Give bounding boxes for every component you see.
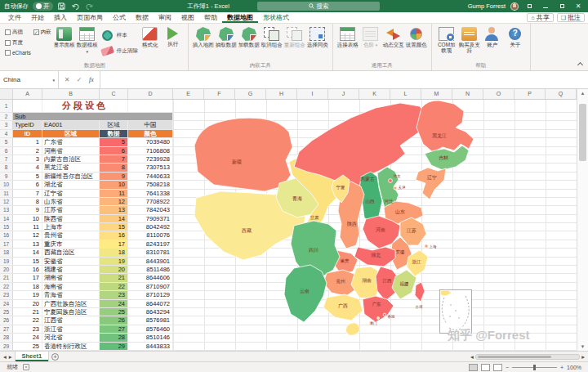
cell-value[interactable]: 22 (100, 283, 128, 290)
cell-value[interactable]: 12 (100, 198, 128, 205)
redo-icon[interactable] (85, 2, 95, 11)
cell-id[interactable]: 1 (13, 138, 42, 146)
checkbox-高德[interactable]: 高德 (5, 29, 31, 36)
cell-value[interactable]: 24 (100, 300, 128, 307)
share-button[interactable]: ⌂ 共享 (527, 13, 553, 22)
cell-id[interactable]: 5 (13, 173, 42, 180)
cell-id[interactable]: 6 (13, 181, 42, 188)
meta-cell-2[interactable]: 区域 (100, 121, 128, 128)
cell-id[interactable]: 23 (13, 325, 42, 333)
cell-region[interactable]: 广西壮族自治区 (42, 300, 100, 307)
cell-id[interactable]: 2 (13, 147, 42, 155)
zoom-level[interactable]: 100% (567, 365, 581, 370)
row-header-16[interactable]: 16 (0, 231, 13, 239)
row-header-24[interactable]: 24 (0, 300, 13, 307)
cell-region[interactable]: 贵州省 (42, 231, 100, 239)
row-header-10[interactable]: 10 (0, 181, 13, 188)
name-box-dropdown-icon[interactable]: ▾ (52, 78, 55, 83)
cell-value[interactable]: 27 (100, 325, 128, 333)
hscroll-left-icon[interactable]: ◂ (470, 353, 474, 361)
column-header-B[interactable]: B (42, 89, 100, 99)
column-header-A[interactable]: A (13, 89, 42, 99)
row-header-15[interactable]: 15 (0, 223, 13, 231)
cell-id[interactable]: 3 (13, 155, 42, 163)
cell-color-value[interactable]: 8110076 (128, 231, 173, 239)
row-header-12[interactable]: 12 (0, 198, 13, 205)
vertical-scrollbar[interactable]: ▲ ▼ (577, 89, 588, 351)
cell-value[interactable]: 29 (100, 343, 128, 350)
cell-region[interactable]: 海南省 (42, 283, 100, 290)
row-header-13[interactable]: 13 (0, 206, 13, 213)
scroll-down-icon[interactable]: ▼ (577, 343, 588, 351)
cell-color-value[interactable]: 8243197 (128, 240, 173, 248)
cell-region[interactable]: 上海市 (42, 223, 100, 231)
cell-id[interactable]: 11 (13, 223, 42, 231)
cell-color-value[interactable]: 7842043 (128, 206, 173, 213)
ribbon-button-关于[interactable]: 关于 (504, 26, 527, 47)
table-header-颜色[interactable]: 颜色 (128, 130, 173, 137)
cell-color-value[interactable]: 8042492 (128, 223, 173, 231)
cell-region[interactable]: 浙江省 (42, 325, 100, 333)
row-header-20[interactable]: 20 (0, 266, 13, 273)
ribbon-button-执行[interactable]: 执行 (162, 26, 185, 47)
minimize-icon[interactable] (540, 2, 551, 10)
comments-button[interactable]: ❑ 批注 (557, 13, 585, 22)
province-海南[interactable] (346, 323, 360, 335)
name-box[interactable]: China ▾ (0, 71, 59, 88)
avatar[interactable] (510, 2, 519, 11)
row-header-1[interactable]: 1 (0, 100, 13, 112)
collapse-ribbon-icon[interactable] (577, 62, 583, 68)
row-header-4[interactable]: 4 (0, 130, 13, 137)
vertical-scroll-thumb[interactable] (579, 104, 586, 161)
cell-value[interactable]: 23 (100, 291, 128, 298)
cell-color-value[interactable]: 8443833 (128, 343, 173, 350)
row-header-14[interactable]: 14 (0, 215, 13, 222)
row-header-22[interactable]: 22 (0, 283, 13, 290)
ribbon-button-账户[interactable]: 账户 (481, 26, 504, 47)
province-辽宁[interactable] (416, 168, 446, 199)
row-header-29[interactable]: 29 (0, 343, 13, 350)
row-header-2[interactable]: 2 (0, 113, 13, 120)
cell-id[interactable]: 20 (13, 300, 42, 307)
ribbon-button-停止清除[interactable]: 停止清除 (100, 44, 138, 58)
save-icon[interactable] (57, 2, 67, 11)
cell-value[interactable]: 13 (100, 206, 128, 213)
cell-id[interactable]: 25 (13, 343, 42, 350)
horizontal-scroll-thumb[interactable] (478, 356, 551, 358)
cell-color-value[interactable]: 8710129 (128, 291, 173, 298)
ribbon-button-COM加载项[interactable]: COM加载项 (435, 26, 458, 54)
cell-region[interactable]: 河北省 (42, 334, 100, 341)
cell-color-value[interactable]: 7909371 (128, 215, 173, 222)
cell-value[interactable]: 14 (100, 215, 128, 222)
cell-id[interactable]: 9 (13, 206, 42, 213)
checkbox-eCharts[interactable]: eCharts (5, 50, 31, 56)
row-header-23[interactable]: 23 (0, 291, 13, 298)
row-header-25[interactable]: 25 (0, 308, 13, 316)
ribbon-button-设置颜色[interactable]: 设置颜色 (405, 26, 428, 47)
table-header-ID[interactable]: ID (13, 130, 42, 137)
province-台湾[interactable] (415, 282, 425, 302)
normal-view-icon[interactable] (469, 364, 478, 371)
cell-value[interactable]: 9 (100, 173, 128, 180)
cell-value[interactable]: 7 (100, 155, 128, 163)
cell-id[interactable]: 15 (13, 258, 42, 265)
cell-region[interactable]: 山东省 (42, 198, 100, 205)
cell-id[interactable]: 24 (13, 334, 42, 341)
cell-id[interactable]: 13 (13, 240, 42, 248)
cell-id[interactable]: 8 (13, 198, 42, 205)
cell-color-value[interactable]: 7106808 (128, 147, 173, 155)
cell-region[interactable]: 辽宁省 (42, 190, 100, 197)
tab-形状格式[interactable]: 形状格式 (258, 12, 294, 23)
cell-region[interactable]: 陕西省 (42, 215, 100, 222)
cell-region[interactable]: 宁夏回族自治区 (42, 308, 100, 316)
table-header-区域[interactable]: 区域 (42, 130, 100, 137)
cell-region[interactable]: 河南省 (42, 147, 100, 155)
cell-color-value[interactable]: 7641338 (128, 190, 173, 197)
accessibility-icon[interactable] (23, 364, 29, 370)
province-黑龙江[interactable] (416, 101, 474, 152)
tab-数据地图[interactable]: 数据地图 (222, 12, 258, 23)
page-break-view-icon[interactable] (493, 364, 502, 371)
row-header-28[interactable]: 28 (0, 334, 13, 341)
cell-region[interactable]: 新疆维吾尔自治区 (42, 173, 100, 180)
ribbon-button-加载数据[interactable]: 加载数据 (238, 26, 261, 47)
